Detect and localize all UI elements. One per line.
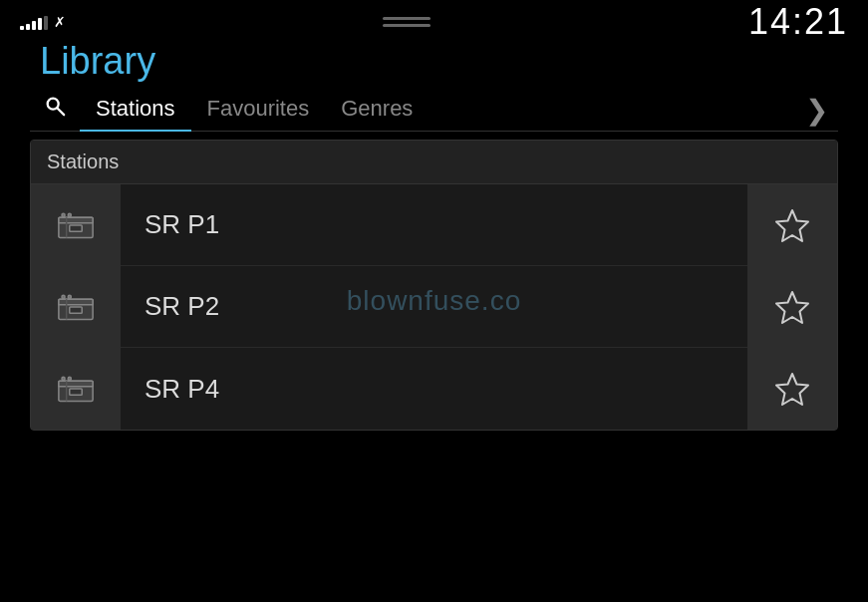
stations-container: Stations SR P1: [30, 140, 838, 431]
station-fav-sr-p2[interactable]: [747, 266, 837, 348]
svg-rect-14: [70, 307, 82, 313]
stations-header: Stations: [31, 141, 837, 184]
svg-line-1: [58, 109, 64, 115]
signal-bar-3: [32, 21, 36, 30]
svg-rect-10: [59, 299, 93, 304]
signal-bar-1: [20, 26, 24, 30]
drag-handle-line-1: [383, 17, 431, 20]
main-content: Library Stations Favourites Genres ❯ Sta…: [0, 40, 868, 431]
drag-handle-line-2: [383, 24, 431, 27]
station-name-sr-p1: SR P1: [121, 209, 747, 240]
svg-point-13: [68, 295, 71, 298]
station-name-sr-p2: SR P2: [121, 291, 747, 322]
svg-point-12: [62, 295, 65, 298]
signal-bar-5: [44, 16, 48, 30]
svg-marker-22: [776, 374, 808, 405]
station-item[interactable]: SR P2: [31, 266, 837, 348]
signal-bar-2: [26, 24, 30, 30]
station-name-sr-p4: SR P4: [121, 374, 747, 405]
status-left: ✗: [20, 14, 66, 30]
svg-marker-15: [776, 292, 808, 323]
svg-rect-3: [59, 217, 93, 222]
status-center: [383, 17, 431, 27]
svg-rect-7: [70, 225, 82, 231]
svg-point-20: [68, 377, 71, 380]
signal-bar-4: [38, 18, 42, 30]
svg-rect-21: [70, 389, 82, 395]
clock: 14:21: [748, 1, 848, 43]
station-fav-sr-p4[interactable]: [747, 348, 837, 430]
library-title: Library: [30, 40, 838, 83]
tab-stations[interactable]: Stations: [80, 90, 191, 132]
nav-arrow[interactable]: ❯: [795, 90, 838, 131]
station-item[interactable]: SR P4: [31, 348, 837, 430]
svg-rect-17: [59, 381, 93, 386]
station-item[interactable]: SR P1: [31, 184, 837, 266]
svg-point-19: [62, 377, 65, 380]
status-bar: ✗ 14:21: [0, 0, 868, 40]
signal-bars: [20, 14, 48, 30]
svg-point-5: [62, 213, 65, 216]
station-fav-sr-p1[interactable]: [747, 184, 837, 266]
tab-genres[interactable]: Genres: [325, 90, 429, 130]
tab-favourites[interactable]: Favourites: [191, 90, 326, 130]
station-thumb-sr-p1: [31, 184, 121, 266]
station-thumb-sr-p2: [31, 266, 121, 348]
drag-handle[interactable]: [383, 17, 431, 27]
search-tab[interactable]: [36, 89, 80, 131]
nav-tabs: Stations Favourites Genres ❯: [30, 89, 838, 132]
station-thumb-sr-p4: [31, 348, 121, 430]
bluetooth-icon: ✗: [54, 14, 66, 30]
svg-marker-8: [776, 210, 808, 241]
svg-point-6: [68, 213, 71, 216]
